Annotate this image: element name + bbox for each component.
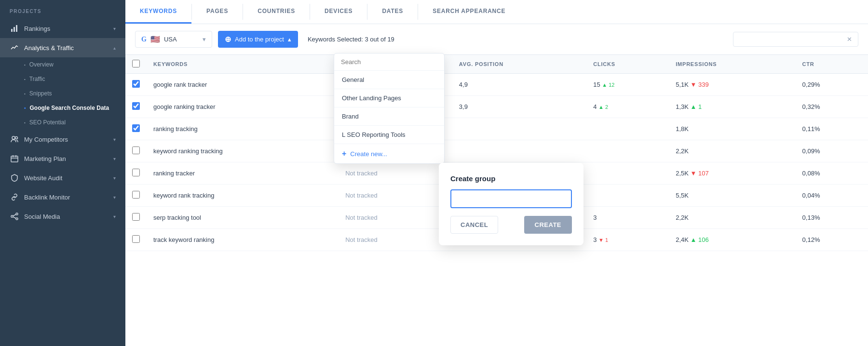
tab-countries[interactable]: COUNTRIES (243, 0, 310, 24)
tab-dates[interactable]: DATES (367, 0, 418, 24)
usa-flag-icon: 🇺🇸 (150, 35, 160, 44)
sidebar-item-audit[interactable]: Website Audit ▾ (0, 168, 125, 187)
clear-search-icon[interactable]: ✕ (847, 36, 852, 43)
sidebar-item-social[interactable]: Social Media ▾ (0, 207, 125, 226)
create-group-input[interactable] (450, 189, 572, 208)
sidebar-item-analytics[interactable]: Analytics & Traffic ▴ (0, 38, 125, 57)
dropdown-item-l-seo[interactable]: L SEO Reporting Tools (334, 126, 444, 144)
clicks-delta-icon: ▲ 2 (598, 104, 608, 110)
overview-label: Overview (29, 61, 54, 68)
table-row: ranking trackingTracked1,8K0,11% (125, 118, 868, 140)
projects-label: PROJECTS (0, 0, 125, 19)
row-checkbox-cell (125, 185, 147, 207)
users-icon (10, 135, 19, 143)
country-name: USA (164, 36, 177, 43)
ctr-cell: 0,13% (796, 207, 868, 229)
ctr-column-header: CTR (796, 55, 868, 74)
tab-keywords[interactable]: KEYWORDS (125, 0, 191, 24)
select-all-checkbox[interactable] (132, 60, 140, 67)
social-label: Social Media (24, 213, 113, 220)
sidebar-sub-gsc-data[interactable]: Google Search Console Data (0, 101, 125, 115)
add-to-project-dropdown: General Other Landing Pages Brand L SEO … (334, 53, 445, 164)
ctr-cell: 0,11% (796, 118, 868, 140)
clicks-cell: 3 ▼ 1 (586, 229, 669, 251)
avg-position-cell (452, 140, 586, 162)
position-cell: Not tracked (339, 185, 452, 207)
svg-rect-0 (11, 29, 13, 32)
keyword-cell: google rank tracker (147, 74, 339, 96)
dropdown-search-area[interactable] (334, 53, 444, 71)
avg-position-cell: 3,9 (452, 96, 586, 118)
sidebar-item-rankings[interactable]: Rankings ▾ (0, 19, 125, 38)
row-checkbox[interactable] (132, 124, 140, 132)
gsc-data-label: Google Search Console Data (30, 105, 109, 111)
sidebar-sub-traffic[interactable]: Traffic (0, 72, 125, 86)
share-icon (10, 213, 19, 220)
dropdown-item-brand[interactable]: Brand (334, 107, 444, 125)
select-all-header[interactable] (125, 55, 147, 74)
ctr-cell: 0,12% (796, 229, 868, 251)
row-checkbox[interactable] (132, 235, 140, 243)
position-cell: Not tracked (339, 207, 452, 229)
impressions-cell: 2,4K ▲ 106 (669, 229, 795, 251)
table-row: keyword ranking trackingNot tracked2,2K0… (125, 140, 868, 162)
clicks-column-header: CLICKS (586, 55, 669, 74)
chart-bar-icon (10, 25, 19, 32)
keyword-cell: track keyword ranking (147, 229, 339, 251)
add-to-project-label: Add to the project (235, 36, 284, 43)
row-checkbox-cell (125, 140, 147, 162)
create-group-title: Create group (450, 174, 572, 183)
create-button[interactable]: CREATE (524, 216, 572, 234)
rankings-chevron: ▾ (113, 26, 116, 31)
tab-search-appearance[interactable]: SEARCH APPEARANCE (418, 0, 520, 24)
keyword-search-box[interactable]: ✕ (733, 32, 858, 47)
dropdown-search-input[interactable] (341, 58, 437, 66)
sidebar-sub-overview[interactable]: Overview (0, 57, 125, 72)
plus-icon: + (342, 149, 346, 158)
link-icon (10, 193, 19, 201)
sidebar-sub-snippets[interactable]: Snippets (0, 86, 125, 101)
impressions-cell: 5,5K (669, 185, 795, 207)
impressions-cell: 2,5K ▼ 107 (669, 162, 795, 185)
backlink-chevron: ▾ (113, 195, 116, 200)
analytics-chevron: ▴ (113, 45, 116, 51)
row-checkbox[interactable] (132, 213, 140, 221)
sidebar-item-marketing[interactable]: Marketing Plan ▾ (0, 149, 125, 168)
svg-point-3 (12, 136, 15, 139)
row-checkbox[interactable] (132, 191, 140, 199)
cancel-button[interactable]: CANCEL (450, 216, 498, 234)
keyword-cell: serp tracking tool (147, 207, 339, 229)
row-checkbox[interactable] (132, 80, 140, 88)
row-checkbox[interactable] (132, 146, 140, 154)
tab-devices[interactable]: DEVICES (310, 0, 367, 24)
svg-rect-1 (14, 27, 15, 32)
dropdown-item-general[interactable]: General (334, 71, 444, 89)
dropdown-item-other-landing[interactable]: Other Landing Pages (334, 89, 444, 107)
impressions-cell: 1,3K ▲ 1 (669, 96, 795, 118)
add-to-project-button[interactable]: ⊕ Add to the project ▴ (218, 31, 298, 48)
tab-pages[interactable]: PAGES (192, 0, 243, 24)
rankings-label: Rankings (24, 25, 113, 32)
keyword-cell: ranking tracker (147, 162, 339, 185)
row-checkbox[interactable] (132, 169, 140, 176)
toolbar: G 🇺🇸 USA ▾ ⊕ Add to the project ▴ Keywor… (125, 24, 868, 55)
row-checkbox[interactable] (132, 102, 140, 110)
keywords-selected-text: Keywords Selected: 3 out of 19 (308, 36, 394, 43)
tabs-nav: KEYWORDS PAGES COUNTRIES DEVICES DATES S… (125, 0, 868, 24)
keyword-cell: keyword ranking tracking (147, 140, 339, 162)
create-new-label: Create new... (350, 150, 387, 158)
impressions-delta-icon: ▲ 1 (691, 103, 702, 110)
impressions-cell: 2,2K (669, 140, 795, 162)
sidebar-sub-seo-potential[interactable]: SEO Potential (0, 115, 125, 130)
country-select[interactable]: G 🇺🇸 USA ▾ (135, 31, 212, 48)
table-row: google ranking trackerTracked3,94 ▲ 21,3… (125, 96, 868, 118)
ctr-cell: 0,29% (796, 74, 868, 96)
traffic-label: Traffic (29, 76, 45, 82)
table-row: google rank trackerTracked4,915 ▲ 125,1K… (125, 74, 868, 96)
sidebar-item-competitors[interactable]: My Competitors ▾ (0, 130, 125, 149)
dropdown-create-new[interactable]: + Create new... (334, 144, 444, 163)
audit-chevron: ▾ (113, 175, 116, 181)
svg-point-10 (11, 215, 13, 217)
keyword-search-input[interactable] (739, 36, 847, 43)
sidebar-item-backlink[interactable]: Backlink Monitor ▾ (0, 187, 125, 207)
